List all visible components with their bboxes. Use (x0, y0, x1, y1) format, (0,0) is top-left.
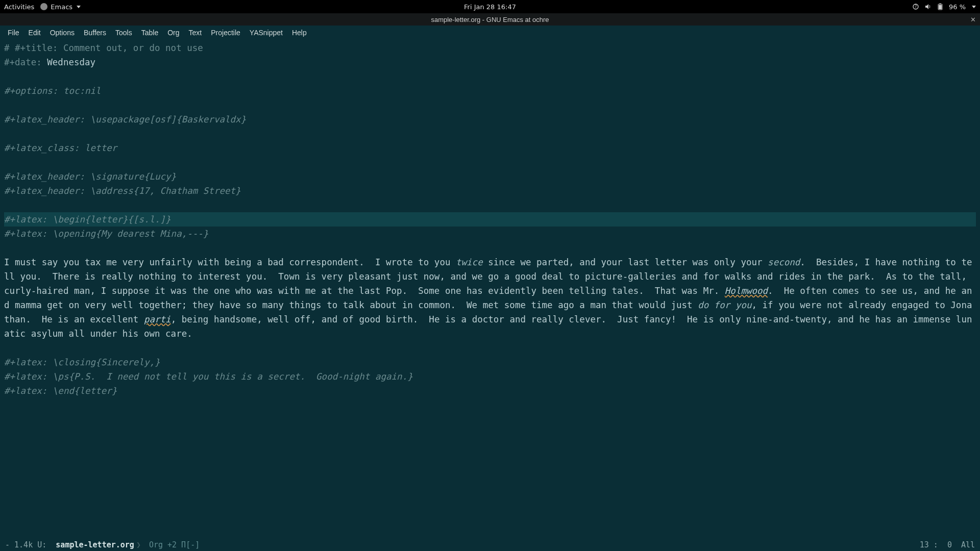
help-icon[interactable]: ? (912, 3, 919, 10)
menu-buffers[interactable]: Buffers (79, 27, 111, 39)
editor-buffer[interactable]: # #+title: Comment out, or do not use #+… (0, 40, 980, 398)
gnome-topbar: Activities Emacs Fri Jan 28 16:47 ? 96 % (0, 0, 980, 13)
buffer-line: #+latex: \end{letter} (4, 386, 117, 396)
modeline-separator: ❯ (136, 540, 141, 549)
svg-rect-4 (939, 5, 942, 10)
buffer-line: #+latex: \closing{Sincerely,} (4, 357, 160, 367)
emacs-icon (40, 3, 47, 10)
buffer-line: #+latex_header: \signature{Lucy} (4, 171, 176, 182)
buffer-line: #+latex_header: \usepackage[osf]{Baskerv… (4, 114, 246, 124)
flyspell-word: parti (144, 314, 171, 324)
menu-projectile[interactable]: Projectile (206, 27, 245, 39)
svg-text:?: ? (915, 5, 917, 9)
window-titlebar: sample-letter.org - GNU Emacs at ochre ✕ (0, 13, 980, 26)
battery-icon[interactable] (937, 3, 944, 10)
buffer-line: #+latex_header: \address{17, Chatham Str… (4, 186, 241, 196)
app-menu[interactable]: Emacs (40, 3, 81, 11)
buffer-line: #+latex: \ps{P.S. I need not tell you th… (4, 371, 413, 382)
buffer-line: #+latex_class: letter (4, 143, 117, 153)
window-title: sample-letter.org - GNU Emacs at ochre (431, 16, 549, 23)
menu-table[interactable]: Table (137, 27, 163, 39)
menu-file[interactable]: File (3, 27, 24, 39)
buffer-line: # #+title: Comment out, or do not use (4, 43, 203, 53)
modeline-major-mode: Org +2 Π[-] (149, 540, 200, 549)
body-emphasis: twice (456, 257, 483, 267)
svg-rect-3 (939, 4, 941, 5)
modeline-filename: sample-letter.org (56, 540, 134, 549)
clock[interactable]: Fri Jan 28 16:47 (464, 3, 516, 11)
body-emphasis: do for you (698, 300, 751, 310)
body-text: I must say you tax me very unfairly with… (4, 257, 456, 267)
menu-help[interactable]: Help (287, 27, 311, 39)
body-text: since we parted, and your last letter wa… (483, 257, 768, 267)
volume-icon[interactable] (924, 3, 932, 10)
buffer-line: #+options: toc:nil (4, 86, 101, 96)
menu-options[interactable]: Options (45, 27, 79, 39)
emacs-modeline: - 1.4k U: sample-letter.org ❯ Org +2 Π[-… (0, 538, 980, 551)
modeline-position: All (961, 540, 975, 549)
menu-text[interactable]: Text (184, 27, 207, 39)
menu-tools[interactable]: Tools (111, 27, 137, 39)
flyspell-word: Holmwood (725, 286, 768, 296)
modeline-status: - 1.4k U: (5, 540, 46, 549)
menu-yasnippet[interactable]: YASnippet (245, 27, 287, 39)
menu-org[interactable]: Org (163, 27, 184, 39)
menu-edit[interactable]: Edit (24, 27, 45, 39)
chevron-down-icon (77, 6, 81, 8)
emacs-menubar: FileEditOptionsBuffersToolsTableOrgTextP… (0, 26, 980, 40)
buffer-line-current: #+latex: \begin{letter}{[s.l.]} (4, 214, 171, 224)
battery-percent: 96 % (949, 3, 966, 11)
system-menu-chevron-icon[interactable] (972, 6, 976, 8)
activities-button[interactable]: Activities (4, 3, 34, 11)
buffer-line: #+date: (4, 57, 47, 67)
app-name-label: Emacs (51, 3, 72, 11)
org-date-value: Wednesday (47, 57, 95, 67)
close-button[interactable]: ✕ (970, 16, 976, 23)
body-emphasis: second (768, 257, 800, 267)
buffer-line: #+latex: \opening{My dearest Mina,---} (4, 229, 208, 239)
modeline-line-col: 13 : 0 (920, 540, 952, 549)
